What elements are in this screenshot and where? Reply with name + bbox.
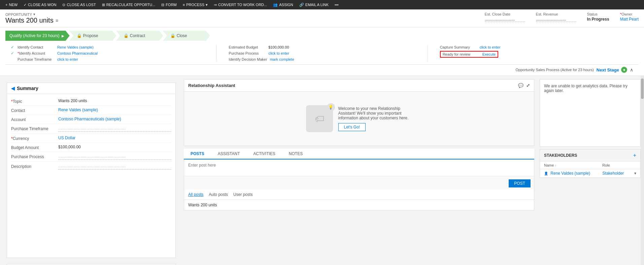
scrollbar-thumb[interactable] bbox=[641, 79, 644, 99]
close-as-lost-button[interactable]: ⊙ CLOSE AS LOST bbox=[60, 0, 98, 9]
process-column-2: ✓ Estimated Budget $100,000.00 ✓ Purchas… bbox=[216, 45, 428, 62]
grid-icon: ⊞ bbox=[102, 3, 105, 7]
sort-up-icon[interactable]: ↑ bbox=[555, 164, 556, 167]
ra-body: 🏷 💡 Welcome to your new Relationship Ass… bbox=[184, 92, 534, 146]
filter-tab-all-posts[interactable]: All posts bbox=[188, 192, 203, 197]
left-panel: ◀ Summary *Topic Wants 200 units Contact… bbox=[3, 79, 178, 265]
dropdown-chevron-icon[interactable]: ▾ bbox=[33, 12, 35, 17]
summary-section-header: ◀ Summary bbox=[7, 83, 175, 94]
main-content: ◀ Summary *Topic Wants 200 units Contact… bbox=[0, 76, 644, 265]
ra-badge-icon: 💡 bbox=[327, 103, 335, 111]
stakeholder-name[interactable]: 👤 Rene Valdes (sample) bbox=[540, 169, 598, 178]
form-row-purchase-timeframe: Purchase Timeframe .....................… bbox=[11, 124, 171, 134]
lock-propose-icon: 🔒 bbox=[77, 33, 82, 38]
ra-illustration: 🏷 💡 Welcome to your new Relationship Ass… bbox=[306, 105, 412, 132]
form-row-currency: *Currency US Dollar bbox=[11, 134, 171, 143]
process-field-identify-contact: ✓ Identify Contact Rene Valdes (sample) bbox=[11, 45, 211, 50]
hamburger-icon[interactable]: ≡ bbox=[56, 18, 58, 23]
stage-bar-container: Qualify (Active for 23 hours) ▶ 🔒 Propos… bbox=[0, 27, 644, 76]
process-icon: ≡ bbox=[183, 3, 185, 7]
assign-button[interactable]: 👥 ASSIGN bbox=[270, 0, 296, 9]
process-field-identify-decision-maker: ✓ Identify Decision Maker mark complete bbox=[222, 57, 422, 62]
ra-icon-area: 🏷 💡 bbox=[306, 105, 333, 132]
close-as-won-button[interactable]: ✓ CLOSE AS WON bbox=[21, 0, 59, 9]
post-preview: Wants 200 units bbox=[184, 200, 534, 210]
stage-qualify[interactable]: Qualify (Active for 23 hours) ▶ bbox=[5, 31, 70, 41]
process-field-ready-for-review: ✓ Ready for review Execute bbox=[433, 51, 633, 58]
stakeholders-add-button[interactable]: + bbox=[633, 152, 636, 158]
process-button[interactable]: ≡ PROCESS ▾ bbox=[180, 0, 210, 9]
recalculate-button[interactable]: ⊞ RECALCULATE OPPORTU... bbox=[99, 0, 158, 9]
next-stage-button[interactable]: Next Stage ● bbox=[597, 67, 627, 73]
ellipsis-icon: ••• bbox=[335, 3, 339, 7]
lightbulb-icon: 💡 bbox=[328, 105, 333, 110]
process-field-purchase-process: ✓ Purchase Process click to enter bbox=[222, 51, 422, 56]
summary-form: *Topic Wants 200 units Contact Rene Vald… bbox=[7, 94, 175, 174]
post-input[interactable] bbox=[184, 159, 534, 176]
posts-tabs-bar: POSTS ASSISTANT ACTIVITIES NOTES bbox=[184, 149, 534, 159]
ra-welcome-text: Welcome to your new Relationship Assista… bbox=[338, 106, 412, 131]
est-revenue-field: Est. Revenue ........................... bbox=[536, 12, 576, 22]
email-link-button[interactable]: 🔗 EMAIL A LINK bbox=[297, 0, 331, 9]
stakeholders-col-name: Name ↑ bbox=[540, 161, 598, 169]
stage-qualify-label: Qualify (Active for 23 hours) bbox=[9, 33, 60, 38]
owner-field: *Owner Matt Peart bbox=[620, 12, 639, 22]
circle-icon: ⊙ bbox=[62, 3, 65, 7]
form-row-account: Account Contoso Pharmaceuticals (sample) bbox=[11, 115, 171, 124]
more-button[interactable]: ••• bbox=[332, 0, 341, 9]
form-row-description: Description ............................… bbox=[11, 162, 171, 171]
header-right: Est. Close Date ........................… bbox=[485, 12, 639, 22]
post-area: POST All posts Auto posts User posts Wan… bbox=[184, 159, 534, 210]
plus-icon: + bbox=[5, 3, 7, 7]
lets-go-button[interactable]: Let's Go! bbox=[338, 123, 366, 131]
tab-posts[interactable]: POSTS bbox=[184, 149, 211, 159]
center-panel: Relationship Assistant 💬 ⤢ 🏷 💡 Welcome bbox=[184, 79, 534, 265]
stage-arrows: Qualify (Active for 23 hours) ▶ 🔒 Propos… bbox=[5, 31, 639, 41]
filter-tab-user-posts[interactable]: User posts bbox=[233, 192, 252, 197]
convert-button[interactable]: ⇒ CONVERT TO WORK ORD... bbox=[211, 0, 270, 9]
post-filter-tabs: All posts Auto posts User posts bbox=[184, 189, 534, 200]
tab-assistant[interactable]: ASSISTANT bbox=[211, 149, 247, 159]
stage-close[interactable]: 🔒 Close bbox=[163, 31, 210, 41]
ra-header: Relationship Assistant 💬 ⤢ bbox=[184, 80, 534, 92]
dropdown-arrow-icon: ▾ bbox=[206, 3, 208, 7]
stage-footer: Opportunity Sales Process (Active for 23… bbox=[5, 65, 639, 76]
new-button[interactable]: + NEW bbox=[3, 0, 20, 9]
scrollbar-track[interactable] bbox=[641, 76, 644, 265]
process-fields: ✓ Identify Contact Rene Valdes (sample) … bbox=[5, 43, 639, 65]
tab-activities[interactable]: ACTIVITIES bbox=[246, 149, 282, 159]
chevron-down-icon[interactable]: ▾ bbox=[634, 171, 636, 176]
check-icon-1: ✓ bbox=[11, 45, 15, 50]
filter-tab-auto-posts[interactable]: Auto posts bbox=[209, 192, 228, 197]
check-icon-2: ✓ bbox=[11, 51, 15, 56]
page-title: Wants 200 units ≡ bbox=[5, 17, 58, 24]
collapse-button[interactable]: ∧ bbox=[630, 67, 633, 72]
stage-contract[interactable]: 🔒 Contract bbox=[116, 31, 163, 41]
process-column-1: ✓ Identify Contact Rene Valdes (sample) … bbox=[5, 45, 216, 62]
lock-close-icon: 🔒 bbox=[170, 33, 175, 38]
relationship-assistant-panel: Relationship Assistant 💬 ⤢ 🏷 💡 Welcome bbox=[184, 79, 534, 146]
form-row-purchase-process: Purchase Process .......................… bbox=[11, 152, 171, 162]
chat-icon[interactable]: 💬 bbox=[518, 83, 523, 88]
form-button[interactable]: ⊟ FORM bbox=[159, 0, 179, 9]
stakeholders-table: Name ↑ Role 👤 Rene Valdes (sample) bbox=[540, 161, 640, 178]
stage-propose[interactable]: 🔒 Propose bbox=[69, 31, 116, 41]
form-row-budget-amount: Budget Amount $100,000.00 bbox=[11, 143, 171, 152]
lock-contract-icon: 🔒 bbox=[124, 33, 129, 38]
form-row-topic: *Topic Wants 200 units bbox=[11, 97, 171, 106]
record-type-label: OPPORTUNITY ▾ bbox=[5, 12, 58, 17]
stakeholder-role[interactable]: Stakeholder bbox=[598, 169, 630, 178]
stakeholders-col-role: Role bbox=[598, 161, 630, 169]
tab-notes[interactable]: NOTES bbox=[282, 149, 309, 159]
summary-panel: ◀ Summary *Topic Wants 200 units Contact… bbox=[7, 83, 176, 258]
convert-icon: ⇒ bbox=[214, 3, 217, 7]
form-icon: ⊟ bbox=[161, 3, 164, 7]
post-button[interactable]: POST bbox=[509, 179, 531, 187]
stakeholder-dropdown[interactable]: ▾ bbox=[630, 169, 640, 178]
post-footer: POST bbox=[184, 177, 534, 189]
analytics-panel: We are unable to get analytics data. Ple… bbox=[540, 79, 641, 147]
est-close-date-field: Est. Close Date ........................… bbox=[485, 12, 525, 22]
process-column-3: ✓ Capture Summary click to enter ✓ Ready… bbox=[428, 45, 639, 62]
status-field: Status In Progress bbox=[587, 12, 609, 22]
expand-icon[interactable]: ⤢ bbox=[526, 83, 530, 88]
